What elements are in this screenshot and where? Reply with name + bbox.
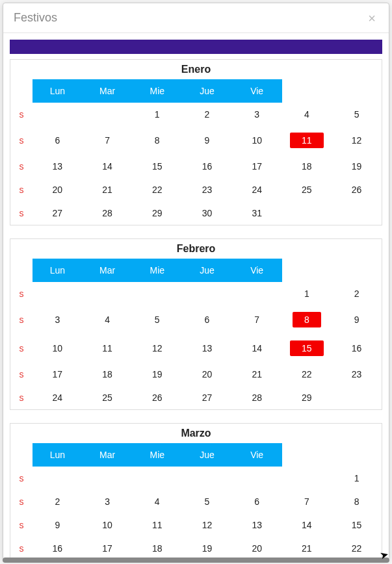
calendar-table: LunMarMieJueVieSabDoms1s2345678s91011121…: [10, 443, 382, 559]
day-cell[interactable]: 12: [132, 334, 182, 363]
day-cell-empty: [83, 282, 133, 305]
table-row: s3456789: [10, 305, 382, 334]
day-cell[interactable]: 27: [33, 201, 83, 225]
day-cell[interactable]: 2: [182, 103, 232, 126]
day-cell[interactable]: 13: [182, 334, 232, 363]
day-cell[interactable]: 22: [132, 178, 182, 201]
table-row: s12345: [10, 103, 382, 126]
day-cell[interactable]: 9: [33, 513, 83, 537]
day-cell[interactable]: 8: [132, 126, 182, 155]
day-cell[interactable]: 1: [132, 103, 182, 126]
day-cell[interactable]: 26: [132, 386, 182, 409]
day-cell[interactable]: 7: [83, 126, 133, 155]
day-cell[interactable]: 2: [33, 490, 83, 513]
holiday-badge: 11: [290, 133, 324, 148]
day-cell[interactable]: 7: [232, 305, 282, 334]
day-cell[interactable]: 7: [282, 490, 332, 513]
day-cell[interactable]: 23: [182, 178, 232, 201]
day-cell[interactable]: 11: [83, 334, 133, 363]
day-cell[interactable]: 17: [232, 155, 282, 178]
month-block: FebreroLunMarMieJueVieSabDoms12s3456789s…: [10, 238, 382, 410]
day-cell[interactable]: 1: [332, 467, 382, 490]
day-cell[interactable]: 6: [33, 126, 83, 155]
day-cell-empty: [132, 282, 182, 305]
day-cell-empty: [33, 103, 83, 126]
day-cell[interactable]: 16: [182, 155, 232, 178]
week-marker: s: [10, 155, 33, 178]
day-cell[interactable]: 4: [83, 305, 133, 334]
day-cell[interactable]: 26: [332, 178, 382, 201]
day-cell[interactable]: 10: [83, 513, 133, 537]
day-cell-holiday[interactable]: 8: [282, 305, 332, 334]
day-cell[interactable]: 27: [182, 386, 232, 409]
day-cell-holiday[interactable]: 15: [282, 334, 332, 363]
day-cell[interactable]: 20: [232, 537, 282, 559]
day-cell[interactable]: 19: [182, 537, 232, 559]
week-marker: s: [10, 363, 33, 386]
day-cell[interactable]: 10: [33, 334, 83, 363]
day-cell[interactable]: 12: [332, 126, 382, 155]
day-cell[interactable]: 25: [282, 178, 332, 201]
day-cell[interactable]: 5: [182, 490, 232, 513]
day-cell[interactable]: 18: [132, 537, 182, 559]
day-cell[interactable]: 31: [232, 201, 282, 225]
day-cell[interactable]: 2: [332, 282, 382, 305]
day-cell[interactable]: 14: [282, 513, 332, 537]
day-cell[interactable]: 24: [232, 178, 282, 201]
day-cell[interactable]: 29: [132, 201, 182, 225]
week-marker: s: [10, 282, 33, 305]
table-row: s17181920212223: [10, 363, 382, 386]
day-cell[interactable]: 28: [83, 201, 133, 225]
day-cell[interactable]: 18: [282, 155, 332, 178]
day-cell[interactable]: 15: [332, 513, 382, 537]
day-cell[interactable]: 22: [282, 363, 332, 386]
day-cell[interactable]: 17: [33, 363, 83, 386]
day-cell[interactable]: 14: [83, 155, 133, 178]
day-cell[interactable]: 10: [232, 126, 282, 155]
day-cell[interactable]: 28: [232, 386, 282, 409]
close-button[interactable]: ×: [365, 12, 378, 25]
month-name: Enero: [10, 60, 382, 79]
day-cell[interactable]: 17: [83, 537, 133, 559]
day-cell[interactable]: 9: [182, 126, 232, 155]
day-cell[interactable]: 29: [282, 386, 332, 409]
day-cell[interactable]: 12: [182, 513, 232, 537]
day-cell[interactable]: 3: [33, 305, 83, 334]
day-cell-holiday[interactable]: 11: [282, 126, 332, 155]
day-cell[interactable]: 13: [232, 513, 282, 537]
day-cell[interactable]: 24: [33, 386, 83, 409]
day-cell[interactable]: 22: [332, 537, 382, 559]
day-cell[interactable]: 13: [33, 155, 83, 178]
day-cell[interactable]: 3: [232, 103, 282, 126]
day-cell[interactable]: 6: [182, 305, 232, 334]
week-marker: s: [10, 467, 33, 490]
day-cell[interactable]: 3: [83, 490, 133, 513]
day-cell[interactable]: 6: [232, 490, 282, 513]
day-cell[interactable]: 1: [282, 282, 332, 305]
day-cell[interactable]: 21: [282, 537, 332, 559]
day-cell[interactable]: 11: [132, 513, 182, 537]
day-cell[interactable]: 25: [83, 386, 133, 409]
modal-body[interactable]: EneroLunMarMieJueVieSabDoms12345s6789101…: [3, 33, 389, 559]
day-cell[interactable]: 20: [182, 363, 232, 386]
day-cell[interactable]: 16: [33, 537, 83, 559]
day-cell[interactable]: 8: [332, 490, 382, 513]
day-cell[interactable]: 5: [332, 103, 382, 126]
day-cell[interactable]: 18: [83, 363, 133, 386]
day-cell[interactable]: 15: [132, 155, 182, 178]
day-header-weekday: Mar: [83, 443, 133, 467]
day-cell[interactable]: 21: [232, 363, 282, 386]
day-cell[interactable]: 23: [332, 363, 382, 386]
day-cell[interactable]: 19: [332, 155, 382, 178]
day-cell[interactable]: 9: [332, 305, 382, 334]
day-cell[interactable]: 5: [132, 305, 182, 334]
horizontal-scrollbar[interactable]: [3, 558, 389, 563]
day-cell[interactable]: 20: [33, 178, 83, 201]
day-cell[interactable]: 14: [232, 334, 282, 363]
day-cell[interactable]: 16: [332, 334, 382, 363]
day-cell[interactable]: 21: [83, 178, 133, 201]
day-cell[interactable]: 4: [282, 103, 332, 126]
day-cell[interactable]: 30: [182, 201, 232, 225]
day-cell[interactable]: 19: [132, 363, 182, 386]
day-cell[interactable]: 4: [132, 490, 182, 513]
